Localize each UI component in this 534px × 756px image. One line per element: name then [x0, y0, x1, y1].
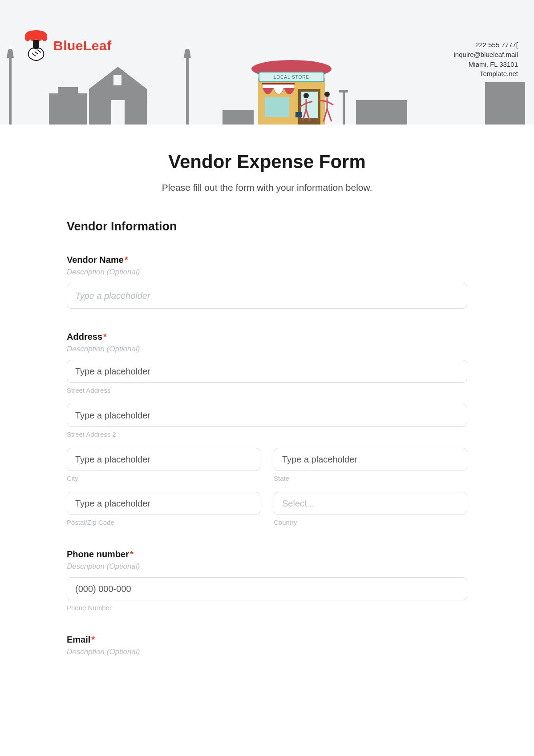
phone-desc: Description (Optional): [67, 562, 467, 571]
address-desc: Description (Optional): [67, 345, 467, 354]
contact-email: inquire@blueleaf.mail: [454, 50, 518, 60]
contact-city: Miami, FL 33101: [454, 60, 518, 69]
country-select[interactable]: [274, 492, 467, 515]
phone-input[interactable]: [67, 577, 467, 600]
contact-info: 222 555 7777[ inquire@blueleaf.mail Miam…: [454, 40, 518, 79]
svg-rect-1: [49, 93, 87, 125]
required-asterisk: *: [103, 332, 107, 342]
country-sublabel: Country: [274, 519, 467, 526]
svg-rect-5: [111, 100, 125, 125]
svg-rect-13: [485, 82, 525, 125]
svg-rect-0: [9, 58, 12, 125]
brand-logo: BlueLeaf: [22, 30, 112, 61]
street-address-2-input[interactable]: [67, 404, 467, 427]
svg-rect-10: [343, 92, 345, 125]
page-subtitle: Please fill out the form with your infor…: [67, 182, 467, 193]
address-label: Address*: [67, 332, 467, 342]
svg-point-23: [303, 93, 309, 98]
svg-rect-9: [222, 110, 254, 125]
handshake-awning-icon: [22, 30, 50, 61]
header-banner: LOCAL STORE: [0, 0, 534, 125]
city-sublabel: City: [67, 475, 260, 482]
brand-name: BlueLeaf: [53, 38, 112, 53]
svg-rect-11: [339, 90, 348, 92]
email-label: Email*: [67, 635, 467, 645]
postal-sublabel: Postal/Zip Code: [67, 519, 260, 526]
svg-rect-12: [356, 100, 407, 125]
page-title: Vendor Expense Form: [67, 151, 467, 173]
svg-rect-6: [113, 75, 121, 85]
svg-rect-2: [58, 87, 78, 93]
postal-input[interactable]: [67, 492, 260, 515]
vendor-name-label: Vendor Name*: [67, 255, 467, 265]
svg-rect-7: [132, 102, 147, 125]
svg-point-24: [324, 92, 330, 97]
city-input[interactable]: [67, 448, 260, 471]
vendor-name-input[interactable]: [67, 283, 467, 309]
required-asterisk: *: [91, 635, 95, 644]
contact-site: Template.net: [454, 69, 518, 79]
email-desc: Description (Optional): [67, 647, 467, 656]
svg-text:LOCAL STORE: LOCAL STORE: [274, 75, 309, 80]
section-vendor-info: Vendor Information: [67, 220, 467, 233]
svg-rect-8: [186, 58, 189, 125]
field-email: Email* Description (Optional): [67, 635, 467, 656]
contact-phone: 222 555 7777[: [454, 40, 518, 50]
field-phone: Phone number* Description (Optional) Pho…: [67, 549, 467, 611]
vendor-name-desc: Description (Optional): [67, 268, 467, 277]
required-asterisk: *: [125, 255, 128, 265]
svg-rect-25: [295, 112, 302, 117]
street-address-2-sublabel: Street Address 2: [67, 430, 467, 438]
phone-label: Phone number*: [67, 549, 467, 559]
field-vendor-name: Vendor Name* Description (Optional): [67, 255, 467, 309]
svg-rect-26: [33, 40, 39, 49]
phone-sublabel: Phone Number: [67, 604, 467, 611]
svg-rect-19: [262, 83, 295, 84]
state-sublabel: State: [274, 475, 467, 482]
street-address-sublabel: Street Address: [67, 386, 467, 394]
field-address: Address* Description (Optional) Street A…: [67, 332, 467, 526]
svg-rect-20: [265, 97, 289, 117]
required-asterisk: *: [130, 549, 134, 559]
store-illustration: LOCAL STORE: [251, 60, 333, 125]
state-input[interactable]: [274, 448, 467, 471]
street-address-input[interactable]: [67, 360, 467, 383]
